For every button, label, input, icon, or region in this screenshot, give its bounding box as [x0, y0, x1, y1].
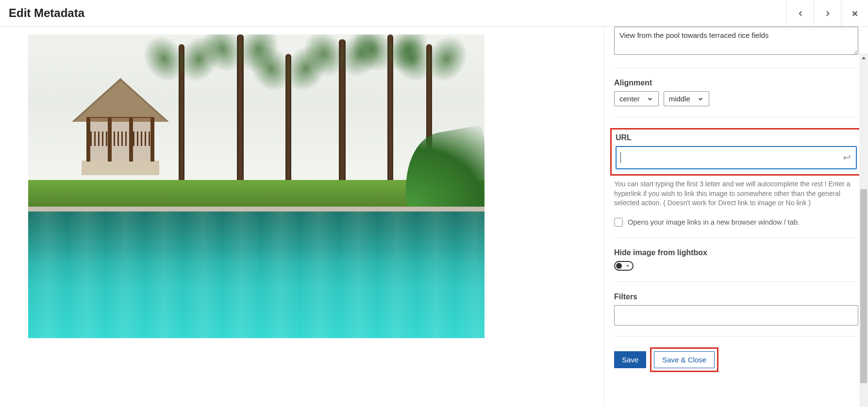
caption-section [614, 27, 858, 68]
action-buttons: Save Save & Close [614, 347, 858, 372]
alignment-vertical-value: middle [669, 95, 690, 103]
alignment-section: Alignment center middle [614, 79, 858, 117]
url-help-text: You can start typing the first 3 letter … [614, 179, 858, 208]
lightbox-section: Hide image from lightbox [614, 248, 858, 282]
alignment-horizontal-value: center [619, 95, 640, 103]
scroll-up-arrow[interactable] [861, 54, 867, 63]
url-highlight-box: URL [610, 128, 862, 176]
url-input[interactable] [616, 146, 857, 169]
url-label: URL [616, 133, 857, 142]
filters-label: Filters [614, 293, 858, 301]
new-window-checkbox-row: Opens your image links in a new browser … [614, 218, 858, 227]
svg-marker-2 [862, 57, 866, 59]
save-button[interactable]: Save [614, 351, 646, 368]
toggle-knob [616, 263, 622, 269]
alignment-label: Alignment [614, 79, 858, 87]
metadata-sidebar: Alignment center middle URL [604, 27, 868, 407]
chevron-down-icon [647, 96, 653, 102]
alignment-horizontal-select[interactable]: center [614, 91, 659, 106]
filters-section: Filters [614, 293, 858, 337]
chevron-right-icon [823, 9, 832, 18]
modal-body: Alignment center middle URL [0, 27, 868, 407]
save-close-button[interactable]: Save & Close [654, 351, 715, 368]
enter-icon [842, 153, 851, 162]
chevron-down-icon [697, 96, 704, 102]
close-icon [851, 9, 859, 18]
filters-input[interactable] [614, 305, 858, 326]
modal-title: Edit Metadata [9, 6, 84, 20]
scrollbar-track[interactable] [859, 53, 868, 407]
save-close-highlight-box: Save & Close [650, 347, 718, 372]
chevron-left-icon [796, 9, 805, 18]
alignment-vertical-select[interactable]: middle [664, 91, 709, 106]
next-button[interactable] [814, 0, 841, 27]
close-button[interactable] [841, 0, 868, 27]
lightbox-label: Hide image from lightbox [614, 248, 858, 257]
image-preview-pane [0, 27, 604, 407]
toggle-indicator [627, 265, 629, 267]
caption-textarea[interactable] [614, 27, 858, 55]
prev-button[interactable] [786, 0, 814, 27]
lightbox-toggle[interactable] [614, 261, 634, 271]
header-controls [786, 0, 868, 26]
text-cursor [620, 152, 621, 163]
new-window-checkbox[interactable] [614, 218, 623, 227]
modal-header: Edit Metadata [0, 0, 868, 27]
preview-image [28, 34, 484, 338]
scrollbar-thumb[interactable] [860, 189, 867, 383]
new-window-label: Opens your image links in a new browser … [628, 218, 800, 226]
url-section: URL You can start typing the first 3 let… [614, 128, 858, 238]
